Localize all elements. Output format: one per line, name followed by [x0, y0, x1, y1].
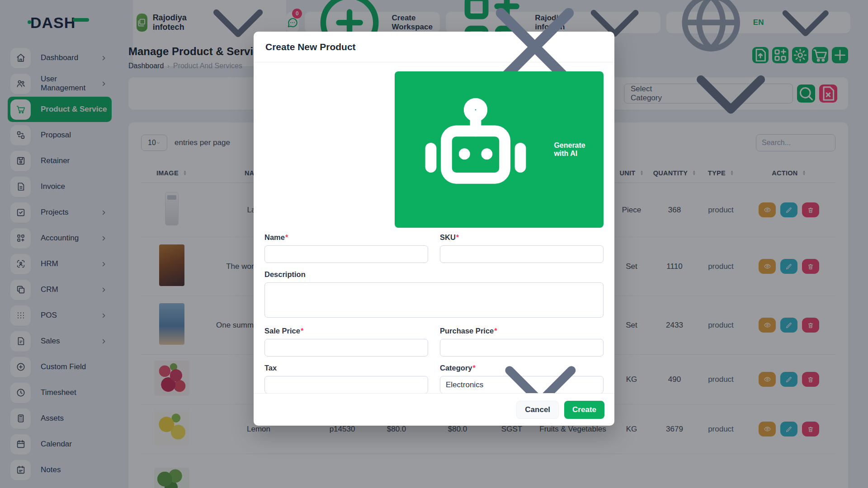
category-label: Category — [440, 364, 472, 372]
sale-price-label: Sale Price — [264, 327, 300, 335]
sku-label: SKU — [440, 233, 456, 241]
description-textarea[interactable] — [264, 282, 604, 318]
category-select-value: Electronics — [446, 380, 483, 389]
modal-header: Create New Product — [254, 32, 614, 62]
robot-icon — [401, 75, 550, 224]
chevron-down-icon — [287, 365, 422, 393]
description-label: Description — [264, 270, 604, 279]
modal-body: Generate with AI Name* SKU* Description … — [254, 62, 614, 393]
generate-with-ai-button[interactable]: Generate with AI — [395, 71, 604, 228]
sku-input[interactable] — [440, 245, 604, 263]
cancel-button[interactable]: Cancel — [516, 401, 559, 419]
name-label: Name — [264, 233, 285, 241]
modal-title: Create New Product — [265, 42, 356, 52]
modal-footer: Cancel Create — [254, 393, 614, 426]
create-button[interactable]: Create — [564, 401, 604, 419]
chevron-down-icon — [483, 328, 598, 393]
name-input[interactable] — [264, 245, 428, 263]
create-product-modal: Create New Product Generate with AI Name… — [254, 32, 614, 426]
sale-price-input[interactable] — [264, 339, 428, 357]
category-select[interactable]: Electronics — [440, 376, 604, 393]
